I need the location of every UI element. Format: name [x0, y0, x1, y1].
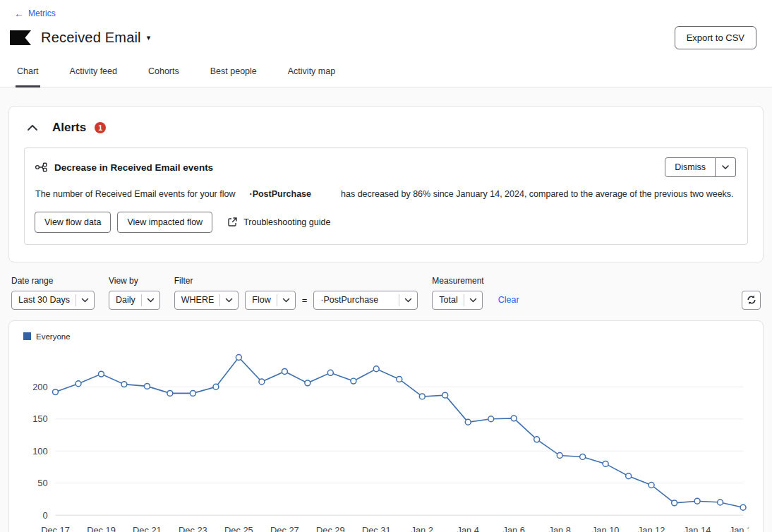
chevron-down-icon	[721, 164, 730, 170]
date-range-select[interactable]: Last 30 Days	[11, 291, 95, 310]
measurement-value: Total	[439, 295, 457, 305]
measurement-label: Measurement	[432, 276, 483, 286]
filter-label: Filter	[174, 276, 418, 286]
measurement-select[interactable]: Total	[432, 291, 482, 310]
tab-best-people[interactable]: Best people	[209, 61, 258, 87]
svg-text:0: 0	[42, 509, 47, 520]
troubleshooting-guide-label: Troubleshooting guide	[243, 217, 330, 227]
svg-text:Jan 8: Jan 8	[548, 525, 570, 532]
data-point[interactable]	[740, 504, 746, 510]
data-point[interactable]	[534, 437, 540, 442]
dismiss-button[interactable]: Dismiss	[665, 157, 716, 177]
tab-activity-map[interactable]: Activity map	[287, 61, 337, 87]
alerts-section-title: Alerts	[52, 121, 86, 135]
svg-text:Dec 19: Dec 19	[87, 525, 116, 532]
svg-text:Jan 4: Jan 4	[457, 525, 479, 532]
data-point[interactable]	[327, 370, 333, 375]
data-point[interactable]	[694, 498, 700, 504]
data-point[interactable]	[282, 368, 287, 374]
flow-value-select[interactable]: ·PostPurchase	[313, 291, 418, 310]
dismiss-dropdown-button[interactable]	[716, 157, 736, 177]
view-impacted-flow-button[interactable]: View impacted flow	[117, 212, 212, 233]
data-point[interactable]	[649, 482, 654, 488]
view-flow-data-button[interactable]: View flow data	[35, 212, 111, 233]
alert-flow-name[interactable]: ·PostPurchase	[249, 189, 311, 199]
svg-text:Jan 2: Jan 2	[411, 525, 433, 532]
where-select[interactable]: WHERE	[174, 291, 239, 310]
line-chart-svg: 050100150200Dec 17Dec 19Dec 21Dec 23Dec …	[23, 344, 749, 532]
svg-text:Dec 31: Dec 31	[362, 525, 391, 532]
flow-value: ·PostPurchase	[320, 295, 378, 305]
legend-item-everyone[interactable]: Everyone	[23, 332, 71, 341]
legend-label: Everyone	[36, 332, 71, 341]
external-link-icon	[227, 217, 238, 227]
data-point[interactable]	[397, 376, 402, 382]
svg-text:Dec 29: Dec 29	[316, 525, 345, 532]
data-point[interactable]	[305, 380, 310, 386]
data-point[interactable]	[121, 381, 127, 387]
alert-message: The number of Received Email events for …	[35, 188, 736, 201]
view-by-select[interactable]: Daily	[109, 291, 160, 310]
line-chart: 050100150200Dec 17Dec 19Dec 21Dec 23Dec …	[23, 344, 749, 532]
equals-operator: =	[302, 295, 308, 306]
data-point[interactable]	[626, 473, 632, 478]
date-range-label: Date range	[11, 276, 95, 286]
where-value: WHERE	[181, 295, 215, 305]
chevron-down-icon	[469, 298, 477, 303]
svg-text:Jan 14: Jan 14	[684, 525, 711, 532]
svg-text:Jan 10: Jan 10	[592, 525, 620, 532]
top-bar: ← Metrics Received Email ▾ Export to CSV…	[0, 0, 772, 87]
date-range-value: Last 30 Days	[18, 295, 70, 305]
svg-text:Dec 17: Dec 17	[41, 525, 70, 532]
data-point[interactable]	[465, 419, 471, 425]
view-by-label: View by	[109, 276, 160, 286]
data-point[interactable]	[167, 390, 173, 396]
flow-icon	[35, 162, 47, 173]
data-point[interactable]	[53, 389, 59, 394]
data-point[interactable]	[442, 392, 448, 398]
data-point[interactable]	[145, 383, 150, 389]
alerts-collapse-button[interactable]	[24, 121, 41, 134]
tab-cohorts[interactable]: Cohorts	[147, 61, 181, 87]
data-point[interactable]	[351, 378, 356, 384]
filter-field-select[interactable]: Flow	[245, 291, 295, 310]
data-point[interactable]	[488, 416, 494, 422]
svg-text:Dec 23: Dec 23	[179, 525, 207, 532]
data-point[interactable]	[718, 500, 723, 505]
alert-message-before: The number of Received Email events for …	[35, 189, 235, 199]
data-point[interactable]	[213, 384, 219, 389]
data-point[interactable]	[236, 354, 241, 360]
tab-chart[interactable]: Chart	[16, 61, 40, 87]
data-point[interactable]	[603, 461, 608, 466]
chevron-down-icon	[147, 298, 155, 303]
refresh-button[interactable]	[742, 291, 761, 310]
data-point[interactable]	[373, 366, 379, 372]
chevron-down-icon	[81, 298, 89, 303]
troubleshooting-guide-link[interactable]: Troubleshooting guide	[227, 217, 330, 227]
clear-filters-link[interactable]: Clear	[498, 295, 519, 305]
view-by-value: Daily	[116, 295, 135, 305]
svg-text:Jan 12: Jan 12	[638, 525, 665, 532]
svg-text:100: 100	[32, 445, 47, 456]
refresh-icon	[746, 294, 757, 306]
svg-text:Jan 16: Jan 16	[730, 525, 749, 532]
title-dropdown-caret-icon[interactable]: ▾	[147, 33, 151, 42]
data-point[interactable]	[76, 381, 81, 387]
data-point[interactable]	[672, 500, 677, 506]
data-point[interactable]	[98, 371, 104, 377]
data-point[interactable]	[511, 416, 517, 421]
data-point[interactable]	[190, 390, 195, 396]
tab-bar: Chart Activity feed Cohorts Best people …	[0, 61, 772, 87]
tab-activity-feed[interactable]: Activity feed	[68, 61, 119, 87]
data-point[interactable]	[557, 452, 562, 458]
back-to-metrics-link[interactable]: ← Metrics	[14, 8, 56, 18]
data-point[interactable]	[259, 379, 265, 385]
svg-text:150: 150	[32, 413, 47, 424]
data-point[interactable]	[580, 454, 586, 459]
export-to-csv-button[interactable]: Export to CSV	[675, 26, 756, 49]
chart-card: Everyone 050100150200Dec 17Dec 19Dec 21D…	[8, 320, 764, 532]
page-title[interactable]: Received Email	[41, 30, 141, 46]
data-point[interactable]	[419, 394, 425, 399]
chevron-down-icon	[225, 298, 233, 303]
alert-item: Decrease in Received Email events Dismis…	[24, 147, 748, 245]
